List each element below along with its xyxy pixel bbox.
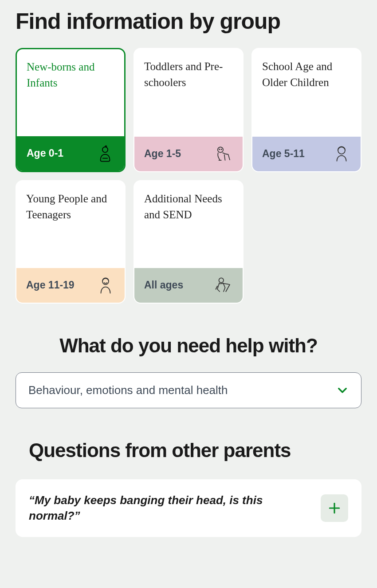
baby-icon [96, 144, 114, 163]
group-card-age: All ages [144, 279, 183, 291]
group-card[interactable]: New-borns and InfantsAge 0-1 [16, 48, 126, 172]
child-icon [332, 145, 351, 163]
plus-icon [327, 501, 342, 515]
group-card-age: Age 11-19 [26, 279, 75, 291]
chevron-down-icon [336, 384, 349, 396]
svg-point-0 [102, 147, 108, 152]
expand-button[interactable] [321, 494, 348, 522]
superhero-icon [214, 276, 233, 295]
group-card-age: Age 0-1 [27, 147, 63, 159]
group-card-title: Young People and Teenagers [26, 191, 115, 223]
group-card[interactable]: Toddlers and Pre-schoolersAge 1-5 [134, 48, 243, 172]
group-card[interactable]: Young People and TeenagersAge 11-19 [16, 180, 126, 304]
question-text: “My baby keeps banging their head, is th… [29, 493, 307, 524]
help-heading: What do you need help with? [16, 335, 361, 357]
svg-point-1 [218, 147, 223, 152]
group-card-title: Additional Needs and SEND [144, 191, 233, 223]
svg-point-3 [221, 149, 221, 149]
group-card[interactable]: School Age and Older ChildrenAge 5-11 [251, 48, 361, 172]
group-card-title: School Age and Older Children [262, 59, 351, 91]
group-card-title: New-borns and Infants [27, 59, 114, 91]
group-card-age: Age 5-11 [262, 148, 305, 160]
group-card[interactable]: Additional Needs and SENDAll ages [134, 180, 243, 304]
group-card-title: Toddlers and Pre-schoolers [144, 59, 233, 91]
toddler-icon [214, 145, 233, 163]
svg-point-6 [219, 278, 224, 283]
svg-point-2 [219, 149, 220, 149]
question-accordion-item[interactable]: “My baby keeps banging their head, is th… [16, 479, 361, 537]
help-topic-dropdown[interactable]: Behaviour, emotions and mental health [16, 372, 361, 408]
dropdown-selected-label: Behaviour, emotions and mental health [28, 383, 228, 397]
teen-icon [96, 276, 115, 295]
questions-heading: Questions from other parents [16, 439, 361, 462]
group-card-grid: New-borns and InfantsAge 0-1Toddlers and… [16, 48, 361, 304]
group-card-age: Age 1-5 [144, 148, 181, 160]
page-title: Find information by group [16, 9, 361, 35]
